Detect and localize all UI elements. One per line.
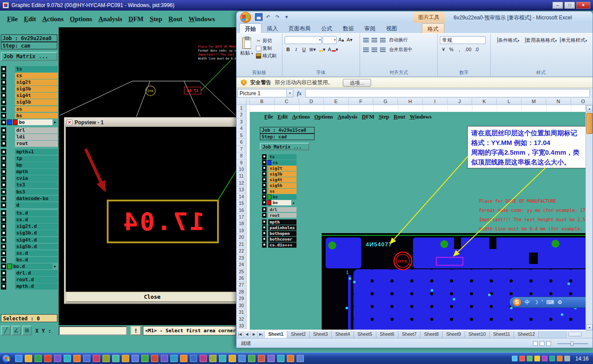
formula-input[interactable] [305,89,590,97]
shrink-font-button[interactable]: A▾ [346,37,353,44]
layer-row-ts.d[interactable]: ts.d [1,210,58,216]
number-format-icon[interactable]: .0 [473,46,480,53]
taskbar-app-icon[interactable] [93,355,100,362]
layer-visibility-toggle[interactable] [262,189,266,194]
layer-row-rout.d[interactable]: rout.d [1,277,58,283]
sheet-tab-sheet1[interactable]: Sheet1 [265,331,287,338]
layer-row-d[interactable]: d [1,202,58,208]
layer-visibility-toggle[interactable] [1,283,6,290]
row-header-28[interactable]: 28 [236,289,247,295]
menu-item-file[interactable]: File [264,114,273,120]
layer-row-bs.d[interactable]: bs.d [1,257,58,263]
tray-icon[interactable] [519,356,525,361]
scroll-down-arrow[interactable]: ▾ [586,324,593,331]
sheet-tab-sheet6[interactable]: Sheet6 [376,331,398,338]
fx-icon[interactable]: fx [297,90,302,97]
conditional-formatting-button[interactable]: 条件格式▾ [492,37,525,69]
row-header-14[interactable]: 14 [236,193,247,200]
menu-item-step[interactable]: Step [379,114,389,120]
row-header-4[interactable]: 4 [236,125,247,132]
layer-visibility-toggle[interactable] [1,106,6,112]
layer-visibility-toggle[interactable] [1,237,6,243]
tray-icon[interactable] [557,356,563,361]
tray-icon[interactable] [527,356,533,361]
column-header-O[interactable]: O [571,98,593,105]
column-header-I[interactable]: I [423,98,447,105]
taskbar-app-icon[interactable] [73,355,81,362]
taskbar-app-icon[interactable] [131,355,139,362]
layer-row-drl[interactable]: drl [262,207,296,212]
row-header-9[interactable]: 9 [236,160,247,166]
tab-页面布局[interactable]: 页面布局 [283,23,316,33]
layer-visibility-toggle[interactable] [1,156,6,162]
number-format-icon[interactable]: , [456,46,463,53]
layer-row-sig4t.d[interactable]: sig4t.d [1,237,58,243]
layer-row-ss[interactable]: ss [262,189,296,194]
layer-visibility-toggle[interactable] [1,162,6,168]
layer-row-ts[interactable]: ts [1,66,58,72]
layer-row-bo[interactable]: bo▸ [262,200,296,205]
menu-item-dfm[interactable]: DFM [128,15,143,23]
row-header-13[interactable]: 13 [236,186,247,193]
bold-button[interactable]: B [285,46,292,53]
horizontal-scrollbar[interactable] [566,331,593,338]
taskbar-app-icon[interactable] [219,355,226,362]
layer-row-tp[interactable]: tp [1,156,58,162]
corner-tool-button[interactable]: ∠ [11,326,21,335]
layer-visibility-toggle[interactable] [1,79,6,85]
sheet-tab-sheet12[interactable]: Sheet12 [514,331,539,338]
taskbar-app-icon[interactable] [83,355,90,362]
name-box-dropdown[interactable]: ▾ [287,89,293,97]
taskbar-app-icon[interactable] [258,355,265,362]
tab-format-context[interactable]: 格式 [422,23,444,33]
menu-item-options[interactable]: Options [70,15,92,23]
layer-row-sig5b[interactable]: sig5b [262,183,296,188]
column-header-G[interactable]: G [373,98,398,105]
layer-visibility-toggle[interactable] [262,183,266,188]
layer-visibility-toggle[interactable] [1,217,6,223]
layer-visibility-toggle[interactable] [1,270,6,276]
sheet-tab-sheet7[interactable]: Sheet7 [398,331,420,338]
menu-item-file[interactable]: File [7,15,18,23]
vertical-scrollbar[interactable]: ▴ ▾ [585,105,593,331]
row-header-24[interactable]: 24 [236,261,247,268]
tray-icon[interactable] [534,356,540,361]
layer-visibility-toggle[interactable] [262,219,266,225]
tab-公式[interactable]: 公式 [316,23,338,33]
layer-visibility-toggle[interactable] [1,223,6,230]
row-header-7[interactable]: 7 [236,146,247,152]
tab-插入[interactable]: 插入 [262,23,283,33]
popview-close-button[interactable]: Close [66,292,239,302]
taskbar-app-icon[interactable] [112,355,120,362]
layer-visibility-toggle[interactable] [1,210,6,216]
layer-row-ts3[interactable]: ts3 [1,182,58,188]
column-header-a[interactable] [247,98,250,105]
xy-input[interactable] [59,326,127,335]
zoom-slider[interactable] [557,343,588,344]
layer-row-mpth.d[interactable]: mpth.d [1,283,58,290]
align-right-icon[interactable] [380,48,386,52]
sheet-tab-sheet3[interactable]: Sheet3 [310,331,332,338]
undo-button[interactable]: ↶ [264,13,272,21]
layer-visibility-toggle[interactable] [262,154,266,160]
number-format-icon[interactable]: .00 [464,46,472,53]
excel-titlebar[interactable]: ↶ ↷ ▾ 图片工具 6v29u22ea0-预审指示 [兼容模式] - Micr… [236,11,593,23]
taskbar-app-icon[interactable] [44,355,52,362]
tab-视图[interactable]: 视图 [381,23,402,33]
taskbar-app-icon[interactable] [122,355,129,362]
tray-icon[interactable] [549,356,555,361]
name-box[interactable]: Picture 1 [237,89,287,97]
menu-item-rout[interactable]: Rout [169,15,183,23]
close-button[interactable]: × [576,2,590,9]
popview-canvas[interactable]: 17.04 [66,127,239,292]
wrap-text-button[interactable]: 自动换行 [387,37,409,44]
layer-visibility-toggle[interactable] [1,93,6,99]
layer-visibility-toggle[interactable] [1,86,6,92]
layer-row-drl[interactable]: drl [1,127,58,134]
layer-visibility-toggle[interactable] [1,250,6,256]
underline-button[interactable]: U [300,46,308,53]
layer-row-bs3[interactable]: bs3 [1,189,58,195]
prev-sheet-button[interactable]: ◀ [244,331,251,338]
layer-row-padinholes[interactable]: padinholes [262,225,296,230]
popview-titlebar[interactable]: ✕ Popview - 1 [65,118,240,127]
